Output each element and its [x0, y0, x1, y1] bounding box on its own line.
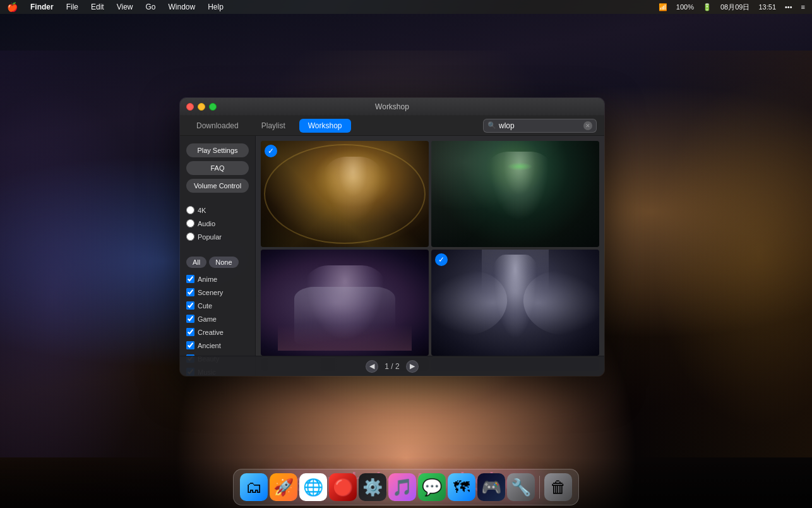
search-bar: 🔍 ✕	[483, 119, 597, 133]
clock: 08月09日	[719, 3, 751, 12]
gallery: ✓ ✓	[256, 136, 604, 376]
filter-none-button[interactable]: None	[209, 257, 238, 268]
checkbox-ancient-label: Ancient	[198, 342, 221, 349]
checkbox-scenery-label: Scenery	[198, 289, 223, 296]
dock-app-utility[interactable]: 🔧	[507, 473, 535, 501]
wifi-icon[interactable]: 📶	[657, 3, 669, 11]
dock-chrome[interactable]: 🌐	[299, 473, 327, 501]
dock: 🗂 🚀 🌐 🔴 ⚙️ 🎵 💬 🗺 🎮 🔧 🗑	[233, 469, 579, 505]
checkbox-cute-input[interactable]	[186, 301, 194, 310]
menubar-right: 📶 100% 🔋 08月09日 13:51 ••• ≡	[657, 3, 807, 12]
dock-app-chat[interactable]: 💬	[418, 473, 446, 501]
radio-audio-label: Audio	[198, 220, 215, 227]
dock-app-dark[interactable]: ⚙️	[359, 473, 386, 501]
dock-launchpad[interactable]: 🚀	[270, 473, 297, 501]
menubar-window[interactable]: Window	[167, 3, 198, 11]
checkbox-creative: Creative	[186, 328, 249, 336]
gallery-item-2[interactable]: ✓	[431, 141, 599, 247]
checkbox-anime-label: Anime	[198, 275, 217, 283]
tab-downloaded[interactable]: Downloaded	[188, 119, 248, 133]
tab-playlist[interactable]: Playlist	[253, 119, 294, 133]
maximize-button[interactable]	[209, 103, 217, 111]
minimize-button[interactable]	[198, 103, 205, 111]
menubar: 🍎 Finder File Edit View Go Window Help 📶…	[0, 0, 812, 14]
bg-left	[0, 51, 177, 457]
prev-page-button[interactable]: ◀	[366, 360, 378, 373]
control-center[interactable]: ≡	[799, 3, 807, 11]
traffic-lights	[186, 103, 217, 111]
dock-separator	[539, 476, 540, 499]
checkbox-game-label: Game	[198, 315, 217, 323]
checkbox-game: Game	[186, 315, 249, 323]
pagination: ◀ 1 / 2 ▶	[180, 356, 604, 376]
search-clear-button[interactable]: ✕	[583, 121, 592, 130]
apple-menu[interactable]: 🍎	[5, 2, 20, 12]
filter-audio: Audio	[186, 219, 249, 227]
checkbox-anime-input[interactable]	[186, 275, 194, 283]
radio-audio[interactable]	[186, 219, 194, 227]
gallery-check-1: ✓	[265, 145, 277, 157]
menubar-file[interactable]: File	[64, 3, 80, 11]
page-indicator: 1 / 2	[385, 362, 399, 371]
menubar-help[interactable]: Help	[206, 3, 225, 11]
checkbox-anime: Anime	[186, 275, 249, 283]
titlebar: Workshop	[180, 98, 604, 116]
radio-popular-label: Popular	[198, 233, 222, 241]
more-menu[interactable]: •••	[783, 3, 794, 11]
window-body: Downloaded Playlist Workshop 🔍 ✕ Play Se…	[180, 116, 604, 376]
checkbox-creative-input[interactable]	[186, 328, 194, 336]
next-page-button[interactable]: ▶	[406, 360, 419, 373]
gallery-item-3[interactable]: ✓	[261, 250, 429, 356]
sidebar: Play Settings FAQ Volume Control 4K Audi…	[180, 136, 256, 376]
tab-search-row: Downloaded Playlist Workshop 🔍 ✕	[180, 116, 604, 136]
checkbox-scenery-input[interactable]	[186, 288, 194, 296]
window-title: Workshop	[375, 102, 409, 111]
gallery-check-4: ✓	[435, 253, 448, 266]
dock-app-game[interactable]: 🎮	[477, 473, 505, 501]
gallery-item-1[interactable]: ✓	[261, 141, 429, 247]
radio-4k[interactable]	[186, 206, 194, 214]
filter-4k: 4K	[186, 206, 249, 214]
menubar-view[interactable]: View	[115, 3, 135, 11]
filter-tag-row: All None	[186, 257, 249, 268]
battery-indicator: 100%	[674, 3, 696, 11]
checkbox-scenery: Scenery	[186, 288, 249, 296]
dock-trash[interactable]: 🗑	[544, 473, 572, 501]
gallery-item-4[interactable]: ✓	[431, 250, 599, 356]
dock-app-red[interactable]: 🔴	[329, 473, 357, 501]
filter-popular: Popular	[186, 233, 249, 241]
checkbox-ancient-input[interactable]	[186, 341, 194, 349]
faq-button[interactable]: FAQ	[186, 161, 249, 175]
menubar-go[interactable]: Go	[144, 3, 158, 11]
tab-workshop[interactable]: Workshop	[299, 119, 351, 133]
radio-4k-label: 4K	[198, 207, 206, 214]
time: 13:51	[756, 3, 778, 11]
search-icon: 🔍	[487, 121, 496, 130]
play-settings-button[interactable]: Play Settings	[186, 143, 249, 157]
checkbox-cute: Cute	[186, 301, 249, 310]
checkbox-cute-label: Cute	[198, 302, 212, 310]
dock-app-map[interactable]: 🗺	[448, 473, 475, 501]
checkbox-creative-label: Creative	[198, 329, 224, 336]
menubar-left: 🍎 Finder File Edit View Go Window Help	[5, 2, 225, 12]
dock-app-music[interactable]: 🎵	[388, 473, 416, 501]
menubar-finder[interactable]: Finder	[28, 3, 56, 11]
workshop-window: Workshop Downloaded Playlist Workshop 🔍 …	[180, 98, 604, 376]
close-button[interactable]	[186, 103, 194, 111]
bg-right	[635, 51, 812, 457]
filter-all-button[interactable]: All	[186, 257, 206, 268]
content-area: Play Settings FAQ Volume Control 4K Audi…	[180, 136, 604, 376]
battery-icon: 🔋	[701, 3, 713, 11]
checkbox-game-input[interactable]	[186, 315, 194, 323]
radio-popular[interactable]	[186, 233, 194, 241]
search-input[interactable]	[499, 121, 581, 130]
dock-finder[interactable]: 🗂	[240, 473, 268, 501]
volume-control-button[interactable]: Volume Control	[186, 179, 249, 193]
menubar-edit[interactable]: Edit	[89, 3, 106, 11]
checkbox-ancient: Ancient	[186, 341, 249, 349]
